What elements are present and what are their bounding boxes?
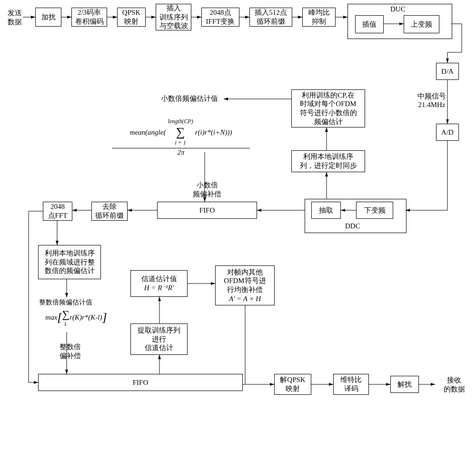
chan-val-box: 信道估计值 H = R⁻¹R' (130, 270, 188, 297)
if-note: 中频信号21.4MHz (411, 92, 452, 109)
interp-box: 插值 (355, 15, 384, 33)
cp-insert-box: 插入512点循环前缀 (249, 8, 292, 27)
qpsk-box: QPSK映射 (117, 8, 146, 27)
int-est-box: 利用本地训练序列在频域进行整数倍的频偏估计 (38, 245, 101, 279)
int-comp-label: 整数倍偏补偿 (52, 342, 88, 361)
send-data-label: 发送数据 (4, 9, 25, 27)
frac-val-label: 小数倍频偏估计值 (161, 94, 218, 103)
frac-formula: mean(angle( length(CP) ∑ i = 1 r(i)r*(i+… (107, 118, 255, 157)
downconv-box: 下变频 (356, 202, 393, 219)
chan-extract-box: 提取训练序列进行信道估计 (130, 323, 188, 355)
papr-box: 峰均比抑制 (302, 8, 336, 27)
deqpsk-box: 解QPSK映射 (274, 374, 311, 395)
timing-box: 利用本地训练序列，进行定时同步 (291, 150, 365, 172)
viterbi-box: 维特比译码 (333, 374, 369, 395)
int-val-label: 整数倍频偏估计值 (39, 298, 92, 307)
da-box: D/A (436, 63, 459, 80)
ad-box: A/D (436, 124, 459, 141)
recv-label: 接收的数据 (437, 376, 471, 394)
ddc-title: DDC (345, 222, 360, 230)
rm-cp-box: 去除循环前缀 (91, 202, 128, 221)
upconv-box: 上变频 (404, 15, 439, 33)
decimate-box: 抽取 (311, 202, 341, 219)
descramble-box: 解扰 (390, 376, 419, 393)
fft-box: 2048点FFT (43, 202, 72, 221)
int-formula: max [ ∑ L r(K)r*(K-l) ] (33, 308, 119, 326)
conv-code-box: 2/3码率卷积编码 (71, 8, 107, 27)
eq-box: 对帧内其他OFDM符号进行均衡补偿 A' = A × H (215, 265, 275, 305)
scramble-box: 加扰 (35, 8, 61, 27)
duc-title: DUC (390, 5, 406, 13)
train-null-box: 插入训练序列与空载波 (156, 4, 191, 30)
fifo2-box: FIFO (38, 374, 243, 391)
cp-frac-est-box: 利用训练的CP,在时域对每个OFDM符号进行小数倍的频偏估计 (291, 89, 365, 127)
frac-comp-label: 小数倍频偏补偿 (186, 181, 228, 199)
fifo1-box: FIFO (157, 202, 257, 219)
ifft-box: 2048点IFFT变换 (201, 8, 239, 27)
